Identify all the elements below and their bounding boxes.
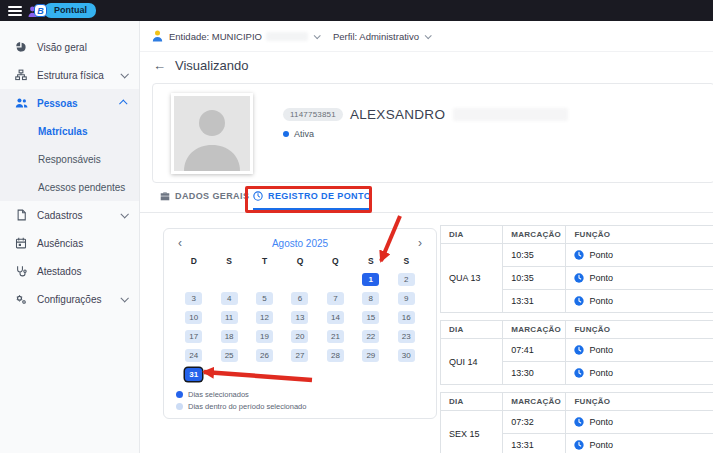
calendar-next-button[interactable]: › bbox=[416, 237, 424, 249]
person-info: 1147753851 ALEXSANDRO Ativa bbox=[283, 107, 568, 139]
back-arrow-icon[interactable]: ← bbox=[153, 59, 166, 72]
calendar-day-31[interactable]: 31 bbox=[185, 368, 202, 381]
weekday-label: T bbox=[247, 256, 282, 266]
function-cell: Ponto bbox=[566, 411, 713, 434]
calendar-day-10[interactable]: 10 bbox=[185, 311, 202, 324]
calendar-day-20[interactable]: 20 bbox=[291, 330, 308, 343]
sidebar-item-label: Pessoas bbox=[37, 98, 78, 109]
calendar-day-14[interactable]: 14 bbox=[327, 311, 344, 324]
calendar-day-22[interactable]: 22 bbox=[362, 330, 379, 343]
calendar-day-3[interactable]: 3 bbox=[185, 292, 202, 305]
profile-label[interactable]: Perfil: Administrativo bbox=[333, 31, 419, 42]
calendar-day-7[interactable]: 7 bbox=[327, 292, 344, 305]
clock-icon bbox=[574, 417, 584, 427]
chevron-down-icon[interactable] bbox=[425, 32, 432, 39]
clock-icon bbox=[574, 273, 584, 283]
users-icon bbox=[14, 96, 28, 110]
sidebar-group-pessoas: Pessoas Matrículas Responsáveis Acessos … bbox=[0, 89, 139, 201]
calendar-day-4[interactable]: 4 bbox=[221, 292, 238, 305]
calendar-day-5[interactable]: 5 bbox=[256, 292, 273, 305]
weekday-label: Q bbox=[282, 256, 317, 266]
logo-app-name: Pontual bbox=[44, 3, 96, 18]
legend-dot-selected bbox=[176, 391, 183, 398]
name-redacted bbox=[453, 108, 568, 121]
weekday-label: Q bbox=[318, 256, 353, 266]
calendar-prev-button[interactable]: ‹ bbox=[176, 237, 184, 249]
weekday-label: D bbox=[176, 256, 211, 266]
calendar-day-11[interactable]: 11 bbox=[221, 311, 238, 324]
sidebar: Visão geral Estrutura física Pessoas Mat… bbox=[0, 21, 140, 453]
time-cell: 13:31 bbox=[503, 290, 566, 313]
sidebar-item-atestados[interactable]: Atestados bbox=[0, 257, 139, 285]
calendar-day-1[interactable]: 1 bbox=[362, 273, 379, 286]
context-header: Entidade: MUNICIPIO Perfil: Administrati… bbox=[140, 21, 713, 52]
chevron-down-icon bbox=[120, 294, 128, 302]
gears-icon bbox=[14, 292, 28, 306]
calendar-day-17[interactable]: 17 bbox=[185, 330, 202, 343]
calendar-day-9[interactable]: 9 bbox=[398, 292, 415, 305]
punch-table-sex-15: DIAMARCAÇÃOFUNÇÃOSEX 1507:32Ponto13:31Po… bbox=[440, 392, 713, 453]
sidebar-item-acessos-pendentes[interactable]: Acessos pendentes bbox=[0, 173, 139, 201]
calendar-day-12[interactable]: 12 bbox=[256, 311, 273, 324]
calendar-day-25[interactable]: 25 bbox=[221, 349, 238, 362]
sidebar-item-responsaveis[interactable]: Responsáveis bbox=[0, 145, 139, 173]
avatar bbox=[171, 93, 253, 174]
time-cell: 07:41 bbox=[503, 339, 566, 362]
sidebar-item-configuracoes[interactable]: Configurações bbox=[0, 285, 139, 313]
function-cell: Ponto bbox=[566, 434, 713, 453]
calendar-day-27[interactable]: 27 bbox=[291, 349, 308, 362]
sidebar-item-estrutura-fisica[interactable]: Estrutura física bbox=[0, 61, 139, 89]
calendar-day-6[interactable]: 6 bbox=[291, 292, 308, 305]
tabs-divider bbox=[140, 212, 713, 213]
calendar-day-29[interactable]: 29 bbox=[362, 349, 379, 362]
sidebar-item-label: Configurações bbox=[37, 294, 101, 305]
entity-redacted bbox=[266, 32, 308, 41]
function-label: Ponto bbox=[589, 368, 613, 378]
column-header: MARCAÇÃO bbox=[503, 226, 566, 244]
calendar-day-18[interactable]: 18 bbox=[221, 330, 238, 343]
sidebar-item-label: Visão geral bbox=[37, 42, 87, 53]
hamburger-menu-icon[interactable] bbox=[8, 6, 22, 16]
calendar-day-2[interactable]: 2 bbox=[398, 273, 415, 286]
calendar-day-26[interactable]: 26 bbox=[256, 349, 273, 362]
sidebar-item-ausencias[interactable]: Ausências bbox=[0, 229, 139, 257]
calendar-weekday-header: DSTQQSS bbox=[176, 256, 424, 266]
calendar-day-30[interactable]: 30 bbox=[398, 349, 415, 362]
calendar-day-19[interactable]: 19 bbox=[256, 330, 273, 343]
tab-registro-de-ponto[interactable]: REGISTRO DE PONTO bbox=[253, 191, 371, 210]
topbar: B Pontual bbox=[0, 0, 713, 21]
day-cell: QUI 14 bbox=[441, 339, 503, 385]
calendar-day-21[interactable]: 21 bbox=[327, 330, 344, 343]
tab-dados-gerais[interactable]: DADOS GERAIS bbox=[160, 191, 249, 208]
column-header: FUNÇÃO bbox=[566, 393, 713, 411]
calendar-day-8[interactable]: 8 bbox=[362, 292, 379, 305]
page-title: Visualizando bbox=[175, 58, 248, 73]
time-cell: 10:35 bbox=[503, 267, 566, 290]
calendar-day-28[interactable]: 28 bbox=[327, 349, 344, 362]
sidebar-item-pessoas[interactable]: Pessoas bbox=[0, 89, 139, 117]
sidebar-item-matriculas[interactable]: Matrículas bbox=[0, 117, 139, 145]
calendar-day-15[interactable]: 15 bbox=[362, 311, 379, 324]
punch-table-qui-14: DIAMARCAÇÃOFUNÇÃOQUI 1407:41Ponto13:30Po… bbox=[440, 320, 713, 385]
legend-label: Dias selecionados bbox=[188, 390, 249, 399]
clock-icon bbox=[574, 440, 584, 450]
time-cell: 10:35 bbox=[503, 244, 566, 267]
calendar-day-13[interactable]: 13 bbox=[291, 311, 308, 324]
calendar-icon bbox=[14, 236, 28, 250]
legend-label: Dias dentro do período selecionado bbox=[188, 402, 306, 411]
sidebar-item-visao-geral[interactable]: Visão geral bbox=[0, 33, 139, 61]
registration-badge: 1147753851 bbox=[283, 108, 343, 121]
chevron-down-icon[interactable] bbox=[314, 32, 321, 39]
person-card: 1147753851 ALEXSANDRO Ativa bbox=[152, 83, 713, 183]
calendar-day-16[interactable]: 16 bbox=[398, 311, 415, 324]
calendar-panel: ‹ Agosto 2025 › DSTQQSS 1234567891011121… bbox=[163, 228, 437, 419]
function-cell: Ponto bbox=[566, 339, 713, 362]
sidebar-item-label: Atestados bbox=[37, 266, 81, 277]
entity-label[interactable]: Entidade: MUNICIPIO bbox=[169, 31, 262, 42]
calendar-day-24[interactable]: 24 bbox=[185, 349, 202, 362]
function-label: Ponto bbox=[589, 440, 613, 450]
sidebar-item-cadastros[interactable]: Cadastros bbox=[0, 201, 139, 229]
calendar-day-23[interactable]: 23 bbox=[398, 330, 415, 343]
chevron-down-icon bbox=[120, 70, 128, 78]
sitemap-icon bbox=[14, 68, 28, 82]
